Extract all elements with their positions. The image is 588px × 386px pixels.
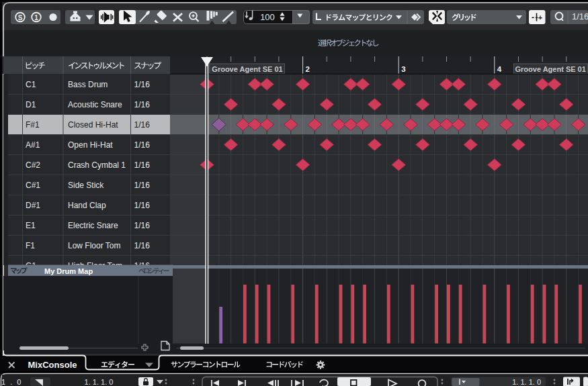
svg-text:Groove Agent SE 01: Groove Agent SE 01: [212, 65, 282, 73]
svg-text:1/16: 1/16: [134, 201, 151, 210]
svg-text:1/16: 1/16: [134, 181, 151, 190]
svg-text:1/16: 1/16: [134, 140, 151, 150]
svg-text:D#1: D#1: [26, 201, 40, 210]
svg-text:A#1: A#1: [26, 140, 40, 150]
svg-text:1/16: 1/16: [134, 221, 151, 230]
svg-text:1. 1. 1. 0: 1. 1. 1. 0: [85, 378, 114, 386]
svg-text:1/16: 1/16: [134, 160, 151, 170]
svg-text:Closed Hi-Hat: Closed Hi-Hat: [68, 120, 118, 130]
svg-text:E1: E1: [26, 221, 36, 230]
svg-text:3: 3: [401, 65, 405, 73]
svg-text:100: 100: [260, 12, 275, 22]
svg-text:Acoustic Snare: Acoustic Snare: [68, 100, 122, 109]
svg-text:1 . 0: 1 . 0: [1, 378, 22, 386]
svg-text:C1: C1: [26, 80, 36, 89]
svg-text:1: 1: [34, 14, 38, 21]
svg-text:Bass Drum: Bass Drum: [68, 80, 108, 89]
svg-text:+: +: [538, 13, 542, 21]
svg-text:Low Floor Tom: Low Floor Tom: [68, 241, 120, 250]
svg-text:F#1: F#1: [26, 120, 40, 130]
svg-text:Open Hi-Hat: Open Hi-Hat: [68, 140, 113, 150]
svg-text:2: 2: [306, 65, 310, 73]
svg-text:D1: D1: [26, 100, 36, 109]
svg-text:MixConsole: MixConsole: [28, 360, 77, 370]
svg-text:F1: F1: [26, 241, 35, 250]
svg-text:1. 1. 1. 0: 1. 1. 1. 0: [512, 378, 541, 386]
svg-text:C#2: C#2: [26, 160, 40, 170]
svg-text:4: 4: [497, 65, 502, 73]
svg-text:Crash Cymbal 1: Crash Cymbal 1: [68, 160, 126, 170]
svg-text:Groove Agent SE 01: Groove Agent SE 01: [515, 65, 586, 73]
svg-text:Hand Clap: Hand Clap: [68, 201, 106, 210]
svg-text:1/16: 1/16: [134, 80, 151, 89]
svg-text:My Drum Map: My Drum Map: [44, 267, 93, 275]
svg-text:1/16: 1/16: [134, 100, 151, 109]
svg-text:S: S: [18, 14, 23, 21]
svg-text:Electric Snare: Electric Snare: [68, 221, 118, 230]
svg-text:C#1: C#1: [26, 181, 40, 190]
svg-text:Side Stick: Side Stick: [68, 181, 104, 190]
svg-text:1/16: 1/16: [572, 11, 588, 21]
svg-text:-: -: [532, 13, 534, 22]
svg-text:1/16: 1/16: [134, 120, 151, 130]
svg-text:1/16: 1/16: [134, 241, 151, 250]
